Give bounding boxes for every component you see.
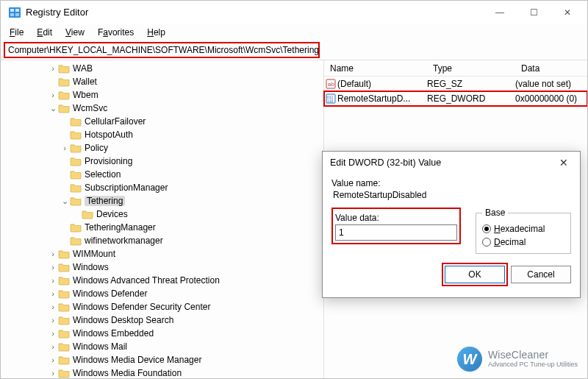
chevron-right-icon[interactable]: › <box>48 316 58 325</box>
address-bar[interactable]: Computer\HKEY_LOCAL_MACHINE\SOFTWARE\Mic… <box>4 42 320 58</box>
radio-hex[interactable]: Hexadecimal <box>482 224 564 234</box>
folder-icon <box>58 275 70 286</box>
tree-item[interactable]: SubscriptionManager <box>1 181 323 194</box>
chevron-right-icon[interactable]: › <box>48 355 58 364</box>
radio-dec[interactable]: Decimal <box>482 237 564 247</box>
dialog-close-button[interactable]: ✕ <box>555 157 573 169</box>
minimize-button[interactable]: — <box>483 1 517 24</box>
tree-item-label: Windows Defender <box>73 288 147 299</box>
cancel-button[interactable]: Cancel <box>511 266 571 283</box>
tree-item[interactable]: ›Wbem <box>1 88 323 102</box>
tree-item-label: Wallet <box>73 77 97 87</box>
chevron-right-icon[interactable]: › <box>48 342 58 351</box>
radio-dec-indicator <box>482 238 491 247</box>
chevron-right-icon[interactable]: › <box>48 329 58 338</box>
tree-item-label: TetheringManager <box>85 222 156 233</box>
menu-view[interactable]: View <box>60 26 90 39</box>
menu-favorites[interactable]: Favorites <box>92 26 140 39</box>
tree-item[interactable]: ›WIMMount <box>1 247 323 261</box>
tree-item[interactable]: Wallet <box>1 75 323 88</box>
chevron-right-icon[interactable]: › <box>48 91 58 99</box>
folder-icon <box>82 209 93 219</box>
value-row[interactable]: 011110RemoteStartupD...REG_DWORD0x000000… <box>324 91 587 106</box>
col-header-data[interactable]: Data <box>515 63 587 74</box>
menu-file[interactable]: File <box>4 26 29 39</box>
value-data: 0x00000000 (0) <box>515 93 587 104</box>
chevron-right-icon[interactable]: › <box>48 64 58 73</box>
folder-icon <box>58 90 70 100</box>
svg-rect-2 <box>15 9 19 12</box>
tree-item-label: HotspotAuth <box>85 130 133 140</box>
watermark-line1: WiseCleaner <box>488 350 578 361</box>
chevron-right-icon[interactable]: › <box>48 263 58 272</box>
chevron-right-icon[interactable]: › <box>48 249 58 258</box>
value-name-field[interactable]: RemoteStartupDisabled <box>331 190 571 200</box>
value-data-input[interactable] <box>335 224 457 241</box>
value-data: (value not set) <box>515 79 587 89</box>
col-header-name[interactable]: Name <box>324 63 427 74</box>
tree-item-label: Windows Media Foundation <box>73 368 182 378</box>
chevron-down-icon[interactable]: ⌄ <box>60 196 70 206</box>
tree-item-label: WcmSvc <box>73 103 107 113</box>
chevron-right-icon[interactable]: › <box>48 289 58 298</box>
tree-item[interactable]: ›Windows Defender <box>1 287 323 300</box>
watermark: W WiseCleaner Advanced PC Tune-up Utilit… <box>457 347 578 372</box>
folder-icon <box>58 288 70 299</box>
folder-icon <box>58 262 70 272</box>
tree-item-label: CellularFailover <box>85 116 146 127</box>
maximize-button[interactable]: ☐ <box>517 1 551 24</box>
chevron-right-icon[interactable]: › <box>60 144 70 152</box>
tree-item[interactable]: HotspotAuth <box>1 128 323 141</box>
folder-icon <box>58 315 70 325</box>
value-data-label: Value data: <box>335 213 457 223</box>
chevron-down-icon[interactable]: ⌄ <box>48 104 58 113</box>
string-value-icon: ab <box>324 79 337 89</box>
menu-help[interactable]: Help <box>141 26 171 39</box>
tree-item[interactable]: ›Policy <box>1 141 323 155</box>
tree-item[interactable]: ⌄Tethering <box>1 194 323 208</box>
registry-tree[interactable]: ›WABWallet›Wbem⌄WcmSvcCellularFailoverHo… <box>1 60 324 378</box>
titlebar[interactable]: Registry Editor — ☐ ✕ <box>1 1 587 24</box>
ok-button[interactable]: OK <box>445 266 505 283</box>
tree-item[interactable]: ›Windows Advanced Threat Protection <box>1 274 323 287</box>
tree-item[interactable]: ›Windows Defender Security Center <box>1 300 323 314</box>
tree-item[interactable]: CellularFailover <box>1 115 323 128</box>
tree-item[interactable]: TetheringManager <box>1 221 323 234</box>
tree-item[interactable]: ›WAB <box>1 62 323 75</box>
value-row[interactable]: ab(Default)REG_SZ(value not set) <box>324 77 587 91</box>
dialog-titlebar[interactable]: Edit DWORD (32-bit) Value ✕ <box>323 152 580 174</box>
close-button[interactable]: ✕ <box>551 1 584 24</box>
tree-item[interactable]: Selection <box>1 168 323 181</box>
tree-item[interactable]: ›Windows Media Device Manager <box>1 353 323 366</box>
list-header[interactable]: Name Type Data <box>324 60 587 77</box>
regedit-icon <box>8 6 21 19</box>
tree-item[interactable]: ⌄WcmSvc <box>1 102 323 115</box>
tree-item[interactable]: ›Windows Embedded <box>1 327 323 340</box>
tree-item[interactable]: Devices <box>1 208 323 221</box>
tree-item[interactable]: ›Windows Mail <box>1 340 323 353</box>
tree-item-label: wifinetworkmanager <box>85 235 163 246</box>
tree-item-label: Tethering <box>85 196 125 206</box>
svg-text:110: 110 <box>327 99 334 103</box>
tree-item[interactable]: wifinetworkmanager <box>1 234 323 247</box>
svg-text:ab: ab <box>328 81 334 88</box>
tree-item-label: Windows Mail <box>73 341 127 352</box>
tree-item[interactable]: Provisioning <box>1 155 323 168</box>
folder-icon <box>70 196 82 206</box>
list-rows: ab(Default)REG_SZ(value not set)011110Re… <box>324 77 587 106</box>
folder-icon <box>70 116 82 127</box>
tree-item[interactable]: ›Windows Media Foundation <box>1 366 323 378</box>
value-type: REG_SZ <box>427 79 515 89</box>
tree-item-label: WAB <box>73 63 93 74</box>
chevron-right-icon[interactable]: › <box>48 369 58 378</box>
folder-icon <box>58 368 70 378</box>
col-header-type[interactable]: Type <box>427 63 515 74</box>
chevron-right-icon[interactable]: › <box>48 302 58 311</box>
menu-edit[interactable]: Edit <box>31 26 58 39</box>
chevron-right-icon[interactable]: › <box>48 276 58 285</box>
svg-rect-4 <box>15 13 19 16</box>
folder-icon <box>70 183 82 193</box>
tree-item-label: Devices <box>96 209 128 219</box>
tree-item[interactable]: ›Windows <box>1 261 323 274</box>
tree-item[interactable]: ›Windows Desktop Search <box>1 314 323 327</box>
